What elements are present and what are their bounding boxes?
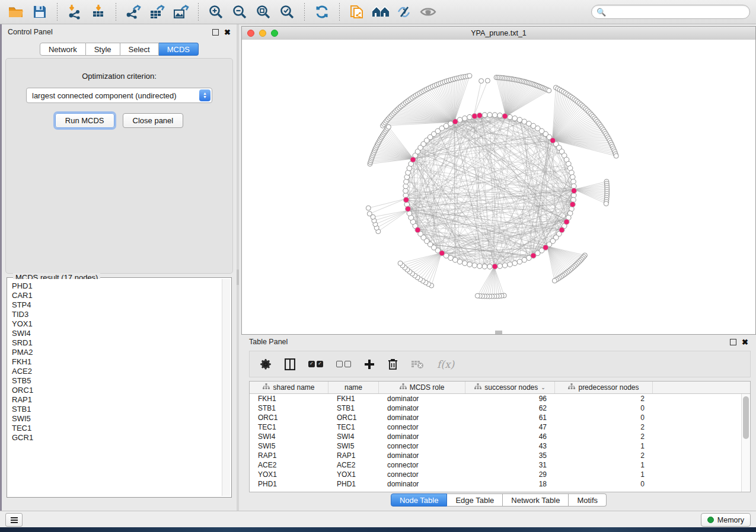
column-header-successor-nodes[interactable]: successor nodes⌄ (465, 382, 555, 393)
table-row[interactable]: RAP1RAP1dominator352 (250, 451, 750, 460)
result-list-scrollbar[interactable] (222, 279, 230, 496)
mcds-result-item[interactable]: PHD1 (8, 281, 230, 291)
table-scrollbar-thumb[interactable] (743, 396, 749, 439)
search-field[interactable]: 🔍 (591, 5, 750, 19)
close-table-panel-icon[interactable]: ✖ (742, 338, 748, 346)
mcds-result-item[interactable]: PMA2 (8, 348, 230, 357)
network-overview-icon[interactable] (371, 2, 391, 21)
zoom-fit-icon[interactable] (253, 2, 273, 21)
mcds-result-item[interactable]: SWI4 (8, 329, 230, 338)
close-panel-button[interactable]: Close panel (123, 113, 184, 128)
toolbar-separator (198, 3, 199, 21)
tab-select[interactable]: Select (120, 43, 159, 56)
select-all-checkboxes-icon[interactable] (308, 361, 323, 367)
cell-successor-nodes: 47 (465, 423, 555, 431)
close-panel-icon[interactable]: ✖ (224, 28, 231, 36)
table-row[interactable]: ORC1ORC1dominator610 (250, 413, 750, 422)
tab-motifs[interactable]: Motifs (569, 493, 607, 507)
network-window-titlebar[interactable]: YPA_prune.txt_1 (242, 27, 755, 40)
table-row[interactable]: YOX1YOX1connector291 (250, 470, 750, 479)
cell-successor-nodes: 46 (465, 432, 555, 441)
column-header-shared-name[interactable]: shared name (250, 382, 328, 393)
task-history-button[interactable] (5, 513, 23, 527)
add-column-icon[interactable] (364, 359, 375, 370)
export-table-icon[interactable] (147, 2, 167, 21)
memory-button[interactable]: Memory (701, 513, 751, 527)
export-network-icon[interactable] (123, 2, 143, 21)
column-header-filler (653, 382, 750, 393)
tab-network[interactable]: Network (40, 43, 86, 56)
cell-predecessor-nodes: 1 (555, 470, 653, 479)
cell-name: FKH1 (328, 395, 379, 403)
cell-name: ACE2 (328, 461, 379, 469)
table-settings-icon[interactable] (260, 358, 272, 370)
clone-network-icon[interactable] (347, 2, 367, 21)
save-session-icon[interactable] (30, 2, 50, 21)
main-toolbar: 🔍 (0, 0, 756, 24)
table-row[interactable]: PHD1PHD1dominator180 (250, 479, 750, 489)
mcds-result-item[interactable]: RAP1 (8, 395, 230, 405)
tab-node-table[interactable]: Node Table (391, 493, 448, 507)
table-row[interactable]: SWI5SWI5connector431 (250, 441, 750, 451)
panel-splitter-handle[interactable] (237, 270, 239, 285)
optimization-criterion-dropdown[interactable]: largest connected component (undirected)… (26, 88, 212, 103)
table-row[interactable]: STB1STB1dominator620 (250, 403, 750, 413)
table-row[interactable]: ACE2ACE2connector311 (250, 460, 750, 470)
optimization-criterion-label: Optimization criterion: (6, 72, 232, 81)
float-panel-icon[interactable] (212, 29, 219, 36)
show-graphics-details-icon[interactable] (418, 2, 438, 21)
table-splitter-handle[interactable] (495, 331, 502, 334)
cell-name: ORC1 (328, 414, 379, 422)
tab-style[interactable]: Style (86, 43, 120, 56)
network-canvas[interactable] (242, 40, 755, 334)
run-mcds-button[interactable]: Run MCDS (55, 113, 114, 128)
deselect-all-checkboxes-icon[interactable] (336, 361, 351, 367)
zoom-in-icon[interactable] (206, 2, 226, 21)
zoom-selected-icon[interactable] (277, 2, 297, 21)
column-header-MCDS-role[interactable]: MCDS role (379, 382, 465, 393)
delete-table-icon (411, 360, 424, 369)
hide-graphics-details-icon[interactable] (394, 2, 414, 21)
mcds-result-item[interactable]: SRD1 (8, 338, 230, 348)
cell-MCDS-role: connector (379, 423, 465, 431)
delete-column-icon[interactable] (388, 358, 398, 370)
table-row[interactable]: SWI4SWI4dominator462 (250, 432, 750, 441)
mcds-result-item[interactable]: STP4 (8, 300, 230, 310)
cell-MCDS-role: connector (379, 442, 465, 450)
zoom-out-icon[interactable] (229, 2, 250, 21)
mcds-result-item[interactable]: GCR1 (8, 433, 230, 443)
mcds-result-list[interactable]: PHD1CAR1STP4TID3YOX1SWI4SRD1PMA2FKH1ACE2… (8, 279, 230, 496)
cell-shared-name: YOX1 (250, 470, 328, 479)
function-builder-icon: f(x) (437, 358, 454, 370)
table-row[interactable]: TEC1TEC1connector472 (250, 422, 750, 432)
tab-mcds[interactable]: MCDS (159, 43, 199, 56)
apply-layout-icon[interactable] (312, 2, 332, 21)
mcds-result-item[interactable]: ORC1 (8, 386, 230, 395)
tab-network-table[interactable]: Network Table (503, 493, 569, 507)
table-row[interactable]: FKH1FKH1dominator962 (250, 394, 750, 403)
column-header-predecessor-nodes[interactable]: predecessor nodes (555, 382, 653, 393)
export-image-icon[interactable] (171, 2, 191, 21)
mcds-result-item[interactable]: ACE2 (8, 367, 230, 376)
import-table-icon[interactable] (88, 2, 109, 21)
table-scrollbar[interactable] (741, 394, 750, 492)
list-icon (11, 517, 18, 523)
cell-MCDS-role: dominator (379, 451, 465, 460)
float-table-panel-icon[interactable] (730, 339, 736, 345)
column-header-name[interactable]: name (328, 382, 379, 393)
tab-edge-table[interactable]: Edge Table (447, 493, 503, 507)
import-network-icon[interactable] (65, 2, 85, 21)
cell-shared-name: SWI4 (250, 432, 328, 441)
search-input[interactable] (609, 7, 745, 17)
mcds-result-item[interactable]: YOX1 (8, 319, 230, 329)
mcds-result-item[interactable]: STB5 (8, 376, 230, 386)
toggle-columns-icon[interactable] (285, 358, 295, 370)
mcds-result-item[interactable]: STB1 (8, 405, 230, 414)
mcds-result-item[interactable]: CAR1 (8, 291, 230, 300)
mcds-result-item[interactable]: TEC1 (8, 424, 230, 433)
mcds-result-item[interactable]: FKH1 (8, 357, 230, 367)
open-file-icon[interactable] (6, 2, 26, 21)
mcds-result-item[interactable]: SWI5 (8, 414, 230, 424)
cell-successor-nodes: 18 (465, 480, 555, 488)
mcds-result-item[interactable]: TID3 (8, 310, 230, 319)
